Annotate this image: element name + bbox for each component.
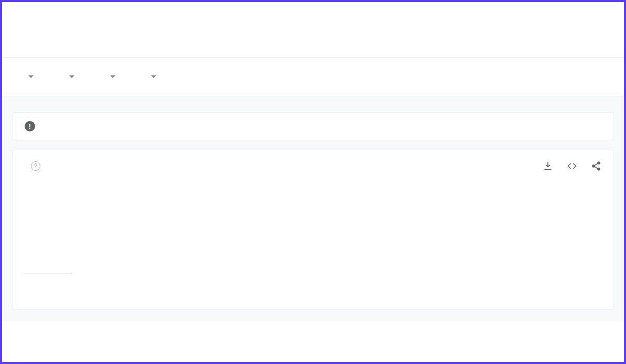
svg-line-5 [595, 167, 598, 169]
chart-card: ? [13, 150, 613, 310]
filters-bar [2, 58, 624, 96]
average-column [25, 187, 72, 299]
filter-time[interactable] [64, 75, 74, 78]
warning-icon: ! [25, 121, 35, 131]
filter-type[interactable] [146, 75, 156, 78]
svg-line-4 [595, 163, 598, 166]
embed-icon[interactable] [567, 161, 577, 171]
chevron-down-icon [110, 75, 115, 78]
chevron-down-icon [69, 75, 74, 78]
line-chart [93, 187, 601, 299]
share-icon[interactable] [591, 161, 601, 171]
filter-category[interactable] [105, 75, 115, 78]
chart-body [25, 187, 601, 299]
chart-header: ? [25, 161, 601, 171]
filter-region[interactable] [23, 75, 34, 78]
chevron-down-icon [28, 75, 34, 78]
line-chart-svg [93, 187, 596, 297]
average-bars [25, 187, 72, 273]
help-icon[interactable]: ? [31, 161, 40, 171]
content-area: ! ? [2, 96, 624, 321]
download-icon[interactable] [543, 161, 553, 171]
chevron-down-icon [151, 75, 156, 78]
topics-bar [2, 2, 624, 58]
note-card: ! [13, 112, 613, 140]
chart-actions [543, 161, 601, 171]
